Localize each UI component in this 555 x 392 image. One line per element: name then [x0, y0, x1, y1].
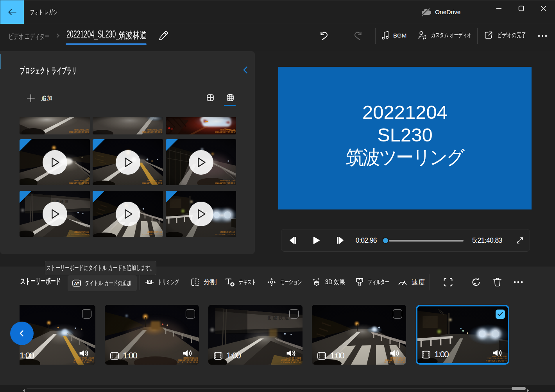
svg-text:A: A — [74, 281, 77, 286]
